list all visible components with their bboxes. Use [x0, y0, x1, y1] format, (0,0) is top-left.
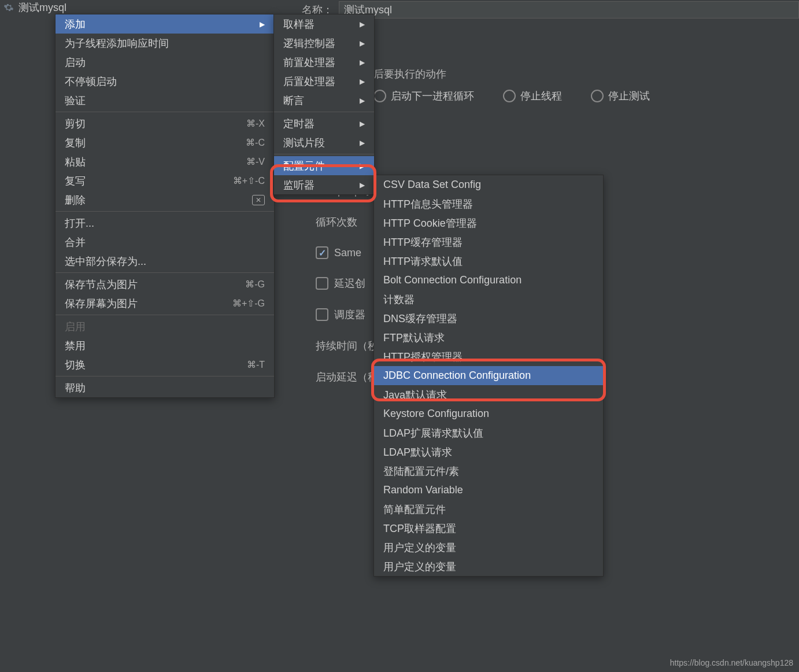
menu-item-open[interactable]: 打开... [56, 213, 274, 232]
config-element-item[interactable]: TCP取样器配置 [374, 519, 603, 538]
config-element-item[interactable]: HTTP授权管理器 [374, 347, 603, 366]
menu-separator [56, 376, 274, 376]
chevron-right-icon: ▶ [360, 58, 365, 67]
gear-icon [3, 2, 14, 13]
menu-item-nostop[interactable]: 不停顿启动 [56, 72, 274, 91]
radio-stoptest[interactable]: 停止测试 [591, 89, 650, 103]
menu-item-savenode[interactable]: 保存节点为图片⌘-G [56, 275, 274, 294]
chevron-right-icon: ▶ [360, 39, 365, 47]
submenu-item[interactable]: 逻辑控制器▶ [274, 34, 374, 53]
config-element-item[interactable]: 计数器 [374, 290, 603, 309]
menu-separator [274, 154, 374, 154]
config-element-item[interactable]: Keystore Configuration [374, 404, 603, 423]
menu-item-validate[interactable]: 验证 [56, 91, 274, 110]
delay-label: 延迟创 [334, 276, 365, 290]
checkbox-sched[interactable] [316, 308, 328, 321]
config-element-item[interactable]: HTTP缓存管理器 [374, 232, 603, 252]
tree-root-label: 测试mysql [19, 1, 66, 14]
submenu-config-element[interactable]: CSV Data Set ConfigHTTP信息头管理器HTTP Cookie… [373, 175, 604, 577]
config-element-item[interactable]: Bolt Connection Configuration [374, 271, 603, 290]
menu-item-delete[interactable]: 删除✕ [56, 190, 274, 209]
menu-item-merge[interactable]: 合并 [56, 232, 274, 252]
menu-separator [56, 112, 274, 112]
startdelay-label: 启动延迟（秒 [316, 370, 378, 384]
sched-label: 调度器 [334, 308, 365, 322]
submenu-item[interactable]: 配置元件▶ [274, 156, 374, 175]
config-element-item[interactable]: 简单配置元件 [374, 500, 603, 519]
menu-item-add[interactable]: 添加▶ [56, 14, 274, 34]
config-element-item[interactable]: FTP默认请求 [374, 328, 603, 347]
config-element-item[interactable]: HTTP信息头管理器 [374, 194, 603, 213]
chevron-right-icon: ▶ [360, 181, 365, 189]
config-element-item[interactable]: DNS缓存管理器 [374, 309, 603, 328]
config-element-item[interactable]: HTTP请求默认值 [374, 252, 603, 271]
radio-stopthread[interactable]: 停止线程 [503, 89, 562, 103]
submenu-item[interactable]: 取样器▶ [274, 14, 374, 34]
section-title: 后要执行的动作 [373, 67, 799, 81]
menu-separator [56, 315, 274, 315]
menu-separator [56, 211, 274, 212]
chevron-right-icon: ▶ [360, 97, 365, 105]
config-element-item[interactable]: 用户定义的变量 [374, 538, 603, 557]
menu-item-help[interactable]: 帮助 [56, 378, 274, 397]
menu-item-disable[interactable]: 禁用 [56, 336, 274, 355]
delete-key-icon: ✕ [252, 195, 265, 205]
chevron-right-icon: ▶ [260, 20, 265, 28]
menu-separator [274, 112, 374, 112]
menu-item-overwrite[interactable]: 复写⌘+⇧-C [56, 171, 274, 190]
chevron-right-icon: ▶ [360, 139, 365, 147]
radio-row: 启动下一进程循环 停止线程 停止测试 [373, 89, 799, 103]
name-input[interactable]: 测试mysql [339, 1, 799, 19]
submenu-item[interactable]: 定时器▶ [274, 114, 374, 133]
config-element-item[interactable]: LDAP扩展请求默认值 [374, 423, 603, 442]
submenu-add[interactable]: 取样器▶逻辑控制器▶前置处理器▶后置处理器▶断言▶定时器▶测试片段▶配置元件▶监… [273, 14, 375, 195]
loop-label: 循环次数 [316, 215, 357, 229]
submenu-item[interactable]: 后置处理器▶ [274, 72, 374, 91]
config-element-item[interactable]: JDBC Connection Configuration [374, 366, 603, 385]
menu-item-copy[interactable]: 复制⌘-C [56, 133, 274, 152]
menu-item-addtime[interactable]: 为子线程添加响应时间 [56, 34, 274, 53]
menu-item-cut[interactable]: 剪切⌘-X [56, 114, 274, 133]
submenu-item[interactable]: 测试片段▶ [274, 133, 374, 152]
submenu-item[interactable]: 前置处理器▶ [274, 53, 374, 72]
chevron-right-icon: ▶ [360, 20, 365, 28]
config-element-item[interactable]: CSV Data Set Config [374, 175, 603, 194]
submenu-item[interactable]: 监听器▶ [274, 175, 374, 194]
checkbox-same[interactable] [316, 246, 328, 259]
menu-item-start[interactable]: 启动 [56, 53, 274, 72]
config-element-item[interactable]: 登陆配置元件/素 [374, 461, 603, 481]
chevron-right-icon: ▶ [360, 120, 365, 128]
watermark: https://blog.csdn.net/kuangshp128 [670, 658, 793, 667]
config-element-item[interactable]: LDAP默认请求 [374, 442, 603, 461]
same-label: Same [334, 247, 361, 259]
checkbox-delay[interactable] [316, 277, 328, 290]
duration-label: 持续时间（秒 [316, 339, 378, 353]
config-element-item[interactable]: HTTP Cookie管理器 [374, 213, 603, 232]
submenu-item[interactable]: 断言▶ [274, 91, 374, 110]
chevron-right-icon: ▶ [360, 77, 365, 86]
menu-item-toggle[interactable]: 切换⌘-T [56, 355, 274, 374]
radio-nextloop[interactable]: 启动下一进程循环 [373, 89, 474, 103]
menu-item-paste[interactable]: 粘贴⌘-V [56, 152, 274, 171]
config-element-item[interactable]: 用户定义的变量 [374, 557, 603, 576]
menu-item-savescr[interactable]: 保存屏幕为图片⌘+⇧-G [56, 294, 274, 313]
context-menu[interactable]: 添加▶ 为子线程添加响应时间 启动 不停顿启动 验证 剪切⌘-X 复制⌘-C 粘… [55, 14, 275, 398]
config-element-item[interactable]: Random Variable [374, 481, 603, 500]
menu-item-enable: 启用 [56, 317, 274, 336]
config-element-item[interactable]: Java默认请求 [374, 385, 603, 404]
chevron-right-icon: ▶ [360, 162, 365, 170]
menu-separator [56, 272, 274, 273]
menu-item-savesel[interactable]: 选中部分保存为... [56, 252, 274, 271]
